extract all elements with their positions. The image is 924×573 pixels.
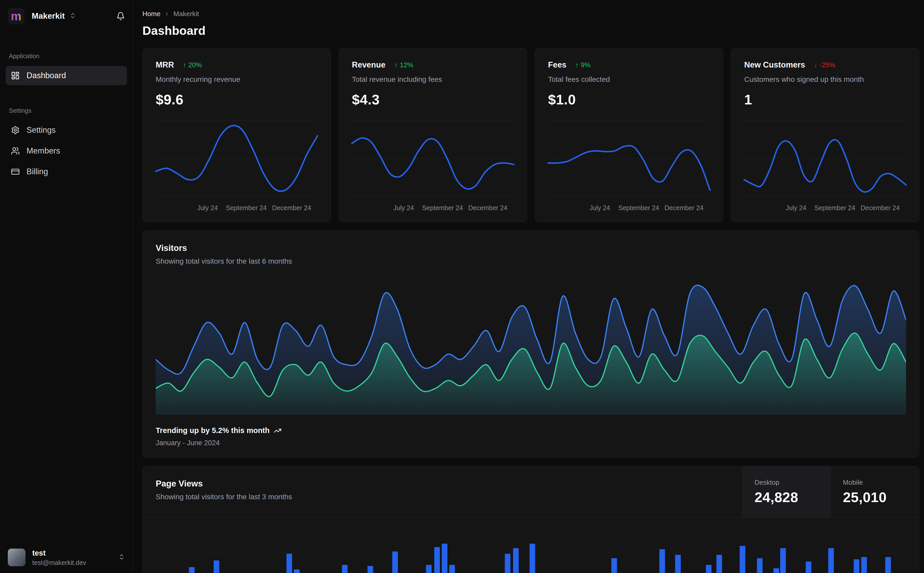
stat-description: Total fees collected [548,75,710,84]
page-views-header: Page Views Showing total visitors for th… [143,466,919,518]
sidebar-item-dashboard[interactable]: Dashboard [6,66,127,85]
page-views-bar-chart [156,521,906,573]
arrow-up-icon: ↑ [575,61,579,69]
avatar [8,549,25,566]
nav-section-label-application: Application [6,52,127,60]
notifications-bell-icon[interactable] [116,12,125,20]
workspace-name[interactable]: Makerkit [32,11,65,21]
workspace-row: m Makerkit [0,8,133,24]
trend-badge: ↓ -25% [814,61,835,69]
dashboard-grid-icon [11,71,20,80]
sidebar-item-label: Billing [27,167,48,176]
stat-description: Total revenue including fees [352,75,514,84]
credit-card-icon [11,167,20,176]
user-name: test [32,548,86,558]
user-menu-caret-icon [118,554,125,561]
workspace-switcher-icon[interactable] [69,12,76,20]
sparkline-chart-fees [548,115,710,202]
chevron-right-icon [164,11,170,17]
sparkline-x-labels: July 24 September 24 December 24 [352,204,514,214]
arrow-up-icon: ↑ [183,61,187,69]
toggle-mobile[interactable]: Mobile 25,010 [831,466,919,517]
trend-badge: ↑ 12% [394,61,413,69]
visitors-subtitle: Showing total visitors for the last 6 mo… [156,257,906,265]
breadcrumb-home[interactable]: Home [143,10,160,18]
visitors-card: Visitors Showing total visitors for the … [143,230,919,458]
page-title: Dashboard [143,23,919,38]
arrow-down-icon: ↓ [814,61,817,69]
sparkline-chart-revenue [352,115,514,202]
stat-card-revenue: Revenue ↑ 12% Total revenue including fe… [339,48,527,222]
visitors-area-chart [156,276,906,415]
stat-value: $4.3 [352,91,514,108]
page-views-series-toggle: Desktop 24,828 Mobile 25,010 [742,466,919,517]
user-email: test@makerkit.dev [32,559,86,567]
stat-title: Fees [548,60,566,70]
sparkline-chart-customers [744,115,906,202]
stat-description: Monthly recurring revenue [156,75,318,84]
stat-title: New Customers [744,60,805,70]
sidebar-item-label: Dashboard [27,71,66,80]
trend-badge: ↑ 9% [575,61,590,69]
stat-title: Revenue [352,60,386,70]
sidebar-item-label: Members [27,146,60,156]
user-menu[interactable]: test test@makerkit.dev [0,548,133,567]
gear-icon [11,126,20,135]
sparkline-chart-mrr [156,115,318,202]
users-icon [11,147,20,155]
page-views-title: Page Views [156,479,729,488]
sidebar-item-billing[interactable]: Billing [6,162,127,181]
page-views-card: Page Views Showing total visitors for th… [143,466,919,573]
stat-card-fees: Fees ↑ 9% Total fees collected $1.0 July… [535,48,723,222]
stat-cards-row: MRR ↑ 20% Monthly recurring revenue $9.6… [143,48,919,222]
nav-section-label-settings: Settings [6,107,127,114]
stat-description: Customers who signed up this month [744,75,906,84]
breadcrumb-current: Makerkit [173,10,199,18]
visitors-date-range: January - June 2024 [156,439,906,447]
makerkit-logo[interactable]: m [8,8,24,24]
visitors-trending-text: Trending up by 5.2% this month [156,426,906,435]
breadcrumb: Home Makerkit [143,10,919,18]
sidebar-item-label: Settings [27,125,56,135]
main-content: Home Makerkit Dashboard MRR ↑ 20% Monthl… [133,0,924,573]
sidebar-item-members[interactable]: Members [6,141,127,161]
sidebar-nav: Application Dashboard Settings Settings … [0,52,133,183]
page-views-subtitle: Showing total visitors for the last 3 mo… [156,493,729,501]
stat-card-new-customers: New Customers ↓ -25% Customers who signe… [731,48,919,222]
app-root: m Makerkit Application Dashboard Setting… [0,0,924,573]
sparkline-x-labels: July 24 September 24 December 24 [744,204,906,214]
sparkline-x-labels: July 24 September 24 December 24 [548,204,710,214]
sidebar-item-settings[interactable]: Settings [6,121,127,140]
stat-value: $1.0 [548,91,710,108]
stat-title: MRR [156,60,174,70]
trend-badge: ↑ 20% [183,61,202,69]
stat-value: 1 [744,91,906,108]
trending-up-icon [274,427,281,435]
toggle-desktop[interactable]: Desktop 24,828 [742,466,831,517]
stat-card-mrr: MRR ↑ 20% Monthly recurring revenue $9.6… [143,48,331,222]
arrow-up-icon: ↑ [394,61,398,69]
visitors-title: Visitors [156,243,906,253]
stat-value: $9.6 [156,91,318,108]
sparkline-x-labels: July 24 September 24 December 24 [156,204,318,214]
sidebar: m Makerkit Application Dashboard Setting… [0,0,133,573]
